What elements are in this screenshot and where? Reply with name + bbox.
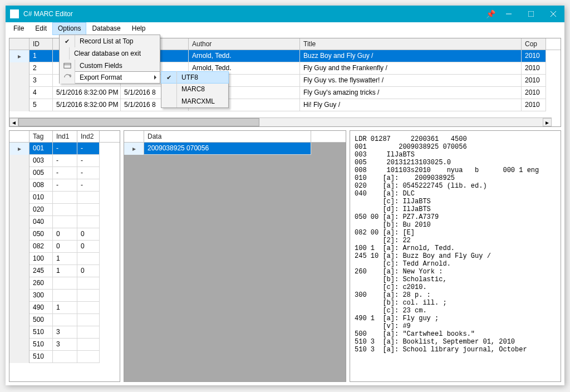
- cell-ind2[interactable]: [77, 253, 100, 265]
- cell-year[interactable]: 2010: [522, 50, 546, 62]
- tags-col-ind2[interactable]: Ind2: [77, 131, 100, 142]
- menu-export-format[interactable]: Export Format: [59, 71, 160, 84]
- cell-ind2[interactable]: [77, 277, 100, 290]
- tag-row[interactable]: 08200: [9, 241, 120, 253]
- cell-ind1[interactable]: [53, 351, 77, 363]
- cell-year[interactable]: 2010: [522, 99, 546, 111]
- maximize-button[interactable]: [520, 6, 542, 22]
- tag-row[interactable]: 003--: [9, 155, 120, 167]
- cell-ind2[interactable]: [77, 314, 100, 326]
- cell-ind1[interactable]: [53, 277, 77, 290]
- cell-id[interactable]: 1: [30, 50, 53, 62]
- menu-help[interactable]: Help: [126, 22, 151, 35]
- menu-custom-fields[interactable]: Custom Fields: [60, 60, 160, 72]
- cell-ind2[interactable]: 0: [77, 241, 100, 253]
- cell-ind2[interactable]: [77, 290, 100, 302]
- cell-id[interactable]: 3: [30, 75, 53, 87]
- tag-row[interactable]: 5103: [9, 326, 120, 339]
- tag-row[interactable]: 005--: [9, 167, 120, 179]
- cell-tag[interactable]: 510: [30, 339, 53, 351]
- scroll-left-icon[interactable]: ◂: [9, 118, 18, 126]
- scroll-right-icon[interactable]: ▸: [543, 118, 552, 126]
- cell-tag[interactable]: 510: [30, 326, 53, 339]
- cell-id[interactable]: 5: [30, 99, 53, 111]
- cell-ind1[interactable]: 3: [53, 326, 77, 339]
- cell-title[interactable]: Fly Guy's amazing tricks /: [300, 87, 522, 99]
- menu-clear-db-on-exit[interactable]: Clear database on exit: [60, 47, 160, 60]
- cell-year[interactable]: 2010: [522, 75, 546, 87]
- cell-ind2[interactable]: [77, 351, 100, 363]
- menu-options[interactable]: Options: [52, 22, 86, 35]
- records-col-author[interactable]: Author: [189, 38, 300, 50]
- cell-tag[interactable]: 300: [30, 290, 53, 302]
- cell-tag[interactable]: 245: [30, 265, 53, 277]
- cell-ind2[interactable]: 0: [77, 265, 100, 277]
- cell-ind1[interactable]: [53, 192, 77, 204]
- records-col-title[interactable]: Title: [300, 38, 522, 50]
- data-row[interactable]: ▸ 2009038925 070056: [124, 143, 346, 155]
- cell-ind2[interactable]: 0: [77, 228, 100, 241]
- cell-ind1[interactable]: [53, 314, 77, 326]
- marc-text[interactable]: LDR 01287 2200361 4500 001 2009038925 07…: [350, 131, 561, 381]
- tags-grid[interactable]: Tag Ind1 Ind2 ▸001--003--005--008--01002…: [9, 130, 120, 382]
- submenu-marcxml[interactable]: MARCXML: [161, 95, 228, 107]
- cell-ind1[interactable]: 0: [53, 241, 77, 253]
- titlebar[interactable]: C# MARC Editor 📌: [6, 6, 564, 22]
- tag-row[interactable]: 05000: [9, 228, 120, 241]
- scroll-thumb[interactable]: [18, 118, 259, 126]
- data-col-data[interactable]: Data: [144, 131, 311, 142]
- cell-tag[interactable]: 510: [30, 351, 53, 363]
- cell-tag[interactable]: 005: [30, 167, 53, 179]
- tag-row[interactable]: 260: [9, 277, 120, 290]
- cell-title[interactable]: Fly Guy and the Frankenfly /: [300, 62, 522, 75]
- cell-tag[interactable]: 010: [30, 192, 53, 204]
- cell-tag[interactable]: 100: [30, 253, 53, 265]
- menu-file[interactable]: File: [8, 22, 30, 35]
- cell-date1[interactable]: 5/1/2016 8:32:00 PM: [53, 99, 121, 111]
- tag-row[interactable]: 500: [9, 314, 120, 326]
- cell-ind2[interactable]: -: [77, 155, 100, 167]
- tag-row[interactable]: 510: [9, 351, 120, 363]
- submenu-marc8[interactable]: MARC8: [161, 83, 228, 95]
- menu-edit[interactable]: Edit: [30, 22, 52, 35]
- tags-col-ind1[interactable]: Ind1: [53, 131, 77, 142]
- submenu-utf8[interactable]: ✔ UTF8: [161, 71, 229, 84]
- cell-ind1[interactable]: 1: [53, 253, 77, 265]
- cell-ind2[interactable]: [77, 192, 100, 204]
- cell-id[interactable]: 4: [30, 87, 53, 99]
- cell-ind2[interactable]: -: [77, 179, 100, 192]
- minimize-button[interactable]: [498, 6, 520, 22]
- tag-row[interactable]: 300: [9, 290, 120, 302]
- data-col-rowheader[interactable]: [124, 131, 144, 142]
- cell-ind1[interactable]: 3: [53, 339, 77, 351]
- tag-row[interactable]: 010: [9, 192, 120, 204]
- cell-tag[interactable]: 490: [30, 302, 53, 314]
- cell-ind1[interactable]: -: [53, 143, 77, 155]
- cell-ind1[interactable]: -: [53, 179, 77, 192]
- data-grid[interactable]: Data ▸ 2009038925 070056: [124, 130, 346, 382]
- menu-record-list-at-top[interactable]: ✔ Record List at Top: [60, 35, 160, 47]
- cell-ind1[interactable]: [53, 290, 77, 302]
- tags-col-rowheader[interactable]: [9, 131, 30, 142]
- cell-ind1[interactable]: -: [53, 155, 77, 167]
- records-row[interactable]: 55/1/2016 8:32:00 PM5/1/2016 8Hi! Fly Gu…: [9, 99, 561, 111]
- cell-tag[interactable]: 260: [30, 277, 53, 290]
- cell-ind2[interactable]: -: [77, 143, 100, 155]
- cell-ind2[interactable]: [77, 326, 100, 339]
- tag-row[interactable]: 24510: [9, 265, 120, 277]
- records-h-scrollbar[interactable]: ◂ ▸: [9, 117, 552, 126]
- records-col-id[interactable]: ID: [30, 38, 53, 50]
- cell-title[interactable]: Hi! Fly Guy /: [300, 99, 522, 111]
- cell-ind2[interactable]: [77, 204, 100, 216]
- cell-ind2[interactable]: [77, 339, 100, 351]
- cell-id[interactable]: 2: [30, 62, 53, 75]
- cell-date1[interactable]: 5/1/2016 8:32:00 PM: [53, 87, 121, 99]
- menu-database[interactable]: Database: [86, 22, 126, 35]
- cell-ind1[interactable]: [53, 216, 77, 228]
- cell-tag[interactable]: 020: [30, 204, 53, 216]
- tag-row[interactable]: 4901: [9, 302, 120, 314]
- cell-ind1[interactable]: 1: [53, 265, 77, 277]
- cell-author[interactable]: Arnold, Tedd.: [189, 50, 300, 62]
- data-cell[interactable]: 2009038925 070056: [144, 143, 311, 155]
- records-col-rowheader[interactable]: [9, 38, 30, 50]
